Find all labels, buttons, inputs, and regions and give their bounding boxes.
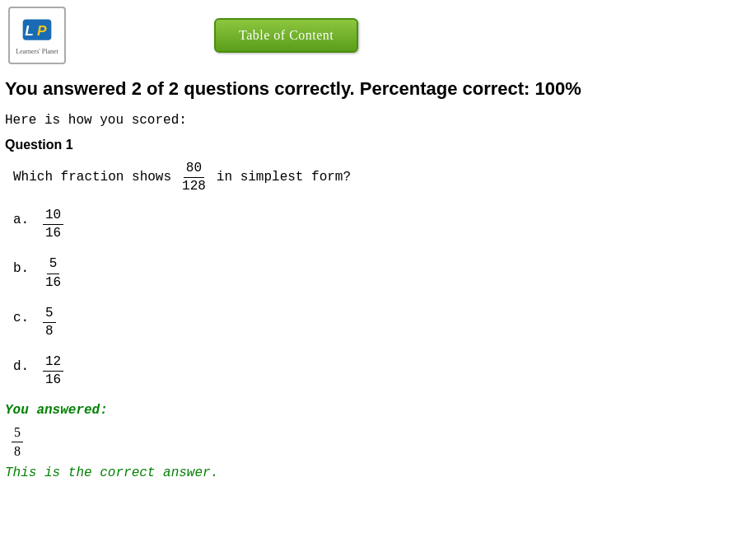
option-letter-a: a. bbox=[13, 208, 30, 227]
header: L P Learners' Planet Table of Content bbox=[0, 0, 756, 71]
svg-text:L: L bbox=[25, 22, 34, 39]
option-d-fraction: 12 16 bbox=[43, 354, 63, 388]
option-c-denominator: 8 bbox=[43, 323, 56, 339]
question-post-text: in simplest form? bbox=[217, 170, 351, 185]
svg-text:P: P bbox=[37, 22, 47, 39]
your-answer-numerator: 5 bbox=[12, 424, 23, 442]
option-c-fraction: 5 8 bbox=[43, 306, 56, 339]
your-answer-denominator: 8 bbox=[12, 442, 23, 459]
option-letter-c: c. bbox=[13, 306, 30, 325]
toc-button[interactable]: Table of Content bbox=[214, 18, 358, 53]
logo-svg: L P bbox=[21, 16, 54, 44]
scored-text: Here is how you scored: bbox=[5, 113, 751, 128]
option-a-denominator: 16 bbox=[43, 225, 63, 241]
option-c-numerator: 5 bbox=[43, 306, 56, 323]
list-item: b. 5 16 bbox=[13, 256, 751, 290]
option-d-numerator: 12 bbox=[43, 354, 63, 372]
question-label: Question 1 bbox=[5, 138, 751, 152]
your-answer: 5 8 bbox=[5, 424, 751, 458]
option-a-fraction: 10 16 bbox=[43, 208, 63, 241]
list-item: d. 12 16 bbox=[13, 354, 751, 388]
you-answered-label: You answered: bbox=[5, 403, 751, 418]
option-b-numerator: 5 bbox=[47, 256, 60, 274]
logo-subtitle: Learners' Planet bbox=[16, 48, 58, 55]
list-item: a. 10 16 bbox=[13, 208, 751, 241]
question-fraction-numerator: 80 bbox=[184, 161, 204, 178]
correct-answer-text: This is the correct answer. bbox=[5, 465, 751, 480]
question-pre-text: Which fraction shows bbox=[13, 170, 171, 185]
list-item: c. 5 8 bbox=[13, 306, 751, 339]
score-heading: You answered 2 of 2 questions correctly.… bbox=[5, 77, 751, 101]
option-letter-d: d. bbox=[13, 354, 30, 374]
option-letter-b: b. bbox=[13, 256, 30, 276]
option-b-denominator: 16 bbox=[43, 274, 63, 291]
logo: L P Learners' Planet bbox=[8, 7, 66, 64]
main-content: You answered 2 of 2 questions correctly.… bbox=[0, 71, 756, 489]
question-fraction-denominator: 128 bbox=[180, 178, 208, 194]
option-d-denominator: 16 bbox=[43, 372, 63, 388]
your-answer-fraction: 5 8 bbox=[12, 424, 23, 458]
option-a-numerator: 10 bbox=[43, 208, 63, 225]
options-list: a. 10 16 b. 5 16 c. 5 8 d. 12 16 bbox=[13, 208, 751, 389]
option-b-fraction: 5 16 bbox=[43, 256, 63, 290]
question-text: Which fraction shows 80 128 in simplest … bbox=[5, 161, 751, 194]
question-fraction: 80 128 bbox=[180, 161, 208, 194]
